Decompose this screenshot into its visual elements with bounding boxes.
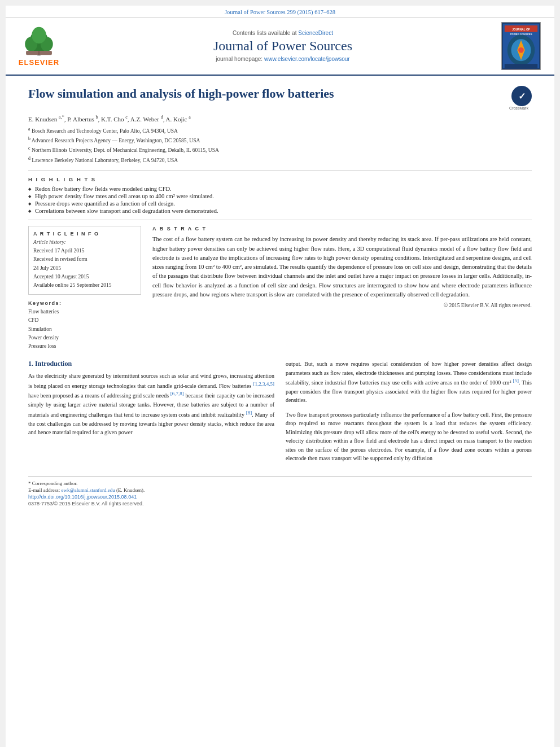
highlight-item-2: High power density flow rates and cell a… xyxy=(28,193,532,199)
affiliation-a: a Bosch Research and Technology Center, … xyxy=(28,126,532,135)
affiliations: a Bosch Research and Technology Center, … xyxy=(28,126,532,165)
page-footer: * Corresponding author. E-mail address: … xyxy=(28,477,532,506)
divider-1 xyxy=(28,170,532,171)
intro-text-col1: As the electricity share generated by in… xyxy=(28,372,274,436)
journal-homepage-line: journal homepage: www.elsevier.com/locat… xyxy=(70,56,496,62)
ref-3: [8] xyxy=(246,410,252,416)
highlights-label: H I G H L I G H T S xyxy=(28,176,532,182)
highlights-list: Redox flow battery flow fields were mode… xyxy=(28,186,532,214)
issn-line: 0378-7753/© 2015 Elsevier B.V. All right… xyxy=(28,501,532,506)
body-col-right: output. But, such a move requires specia… xyxy=(286,360,532,463)
elsevier-tree-icon xyxy=(19,26,59,57)
doi-line: http://dx.doi.org/10.1016/j.jpowsour.201… xyxy=(28,494,532,500)
available-date: Available online 25 September 2015 xyxy=(33,281,136,290)
body-col-left: 1. Introduction As the electricity share… xyxy=(28,360,274,463)
crossmark-badge: ✓ xyxy=(511,86,532,106)
keyword-4: Power density xyxy=(28,334,141,342)
keyword-5: Pressure loss xyxy=(28,342,141,351)
svg-text:JOURNAL OF: JOURNAL OF xyxy=(512,28,530,31)
intro-text-col2-para2: Two flow transport processes particularl… xyxy=(286,410,532,463)
svg-point-4 xyxy=(32,27,46,43)
abstract-column: A B S T R A C T The cost of a flow batte… xyxy=(152,226,532,351)
journal-title: Journal of Power Sources xyxy=(70,38,496,54)
keyword-2: CFD xyxy=(28,316,141,325)
article-info-column: A R T I C L E I N F O Article history: R… xyxy=(28,226,141,351)
received-revised-date: 24 July 2015 xyxy=(33,264,136,273)
crossmark-icon: ✓ xyxy=(513,87,531,105)
article-info-title: A R T I C L E I N F O xyxy=(33,231,136,237)
intro-heading: 1. Introduction xyxy=(28,360,274,368)
ref-4: [5] xyxy=(513,378,519,383)
journal-homepage-link[interactable]: www.elsevier.com/locate/jpowsour xyxy=(264,56,350,62)
abstract-label: A B S T R A C T xyxy=(152,226,532,231)
ref-2: [6,7,8] xyxy=(170,391,184,396)
contents-list-text: Contents lists available at ScienceDirec… xyxy=(70,30,496,36)
authors-line: E. Knudsen a,*, P. Albertus b, K.T. Cho … xyxy=(28,115,532,123)
article-info-abstract-row: A R T I C L E I N F O Article history: R… xyxy=(28,226,532,351)
keywords-title: Keywords: xyxy=(28,300,141,306)
received-revised-label: Received in revised form xyxy=(33,255,136,264)
journal-header: ELSEVIER Contents lists available at Sci… xyxy=(6,18,554,76)
copyright-text: © 2015 Elsevier B.V. All rights reserved… xyxy=(152,303,532,308)
highlight-item-4: Correlations between slow transport and … xyxy=(28,208,532,214)
science-direct-link[interactable]: ScienceDirect xyxy=(298,30,333,36)
body-section: 1. Introduction As the electricity share… xyxy=(28,360,532,463)
journal-cover-thumbnail: JOURNAL OF POWER SOURCES xyxy=(501,22,541,70)
svg-rect-16 xyxy=(505,64,537,68)
journal-cover-image: JOURNAL OF POWER SOURCES xyxy=(501,22,546,70)
affiliation-c: c Northern Illinois University, Dept. of… xyxy=(28,145,532,154)
highlight-item-1: Redox flow battery flow fields were mode… xyxy=(28,186,532,192)
body-two-col: 1. Introduction As the electricity share… xyxy=(28,360,532,463)
history-items: Received 17 April 2015 Received in revis… xyxy=(33,247,136,290)
abstract-text: The cost of a flow battery system can be… xyxy=(152,235,532,299)
journal-reference-bar: Journal of Power Sources 299 (2015) 617–… xyxy=(6,6,554,18)
keyword-1: Flow batteries xyxy=(28,308,141,316)
divider-2 xyxy=(28,220,532,220)
ref-1: [1,2,3,4,5] xyxy=(253,381,275,387)
page: Journal of Power Sources 299 (2015) 617–… xyxy=(6,6,554,747)
article-info-box: A R T I C L E I N F O Article history: R… xyxy=(28,226,141,295)
svg-text:✓: ✓ xyxy=(518,91,526,101)
keywords-list: Flow batteries CFD Simulation Power dens… xyxy=(28,308,141,351)
elsevier-brand-text: ELSEVIER xyxy=(19,58,59,67)
main-content: Flow simulation and analysis of high-pow… xyxy=(6,76,554,517)
received-date: Received 17 April 2015 xyxy=(33,247,136,255)
keyword-3: Simulation xyxy=(28,325,141,334)
accepted-date: Accepted 10 August 2015 xyxy=(33,273,136,281)
footnote-email: E-mail address: ewk@alumni.stanford.edu … xyxy=(28,487,532,493)
keywords-section: Keywords: Flow batteries CFD Simulation … xyxy=(28,300,141,351)
header-center: Contents lists available at ScienceDirec… xyxy=(70,30,496,62)
footnote-corresponding: * Corresponding author. xyxy=(28,480,532,486)
highlight-item-3: Pressure drops were quantified as a func… xyxy=(28,200,532,207)
affiliation-d: d Lawrence Berkeley National Laboratory,… xyxy=(28,155,532,164)
journal-cover-svg: JOURNAL OF POWER SOURCES xyxy=(502,22,540,70)
affiliation-b: b Advanced Research Projects Agency — En… xyxy=(28,136,532,145)
intro-text-col2: output. But, such a move requires specia… xyxy=(286,360,532,405)
svg-point-15 xyxy=(518,47,524,53)
article-title: Flow simulation and analysis of high-pow… xyxy=(28,86,499,102)
email-link[interactable]: ewk@alumni.stanford.edu xyxy=(61,487,115,493)
journal-ref-text: Journal of Power Sources 299 (2015) 617–… xyxy=(225,9,335,15)
elsevier-logo: ELSEVIER xyxy=(14,26,64,67)
history-label: Article history: xyxy=(33,239,136,245)
